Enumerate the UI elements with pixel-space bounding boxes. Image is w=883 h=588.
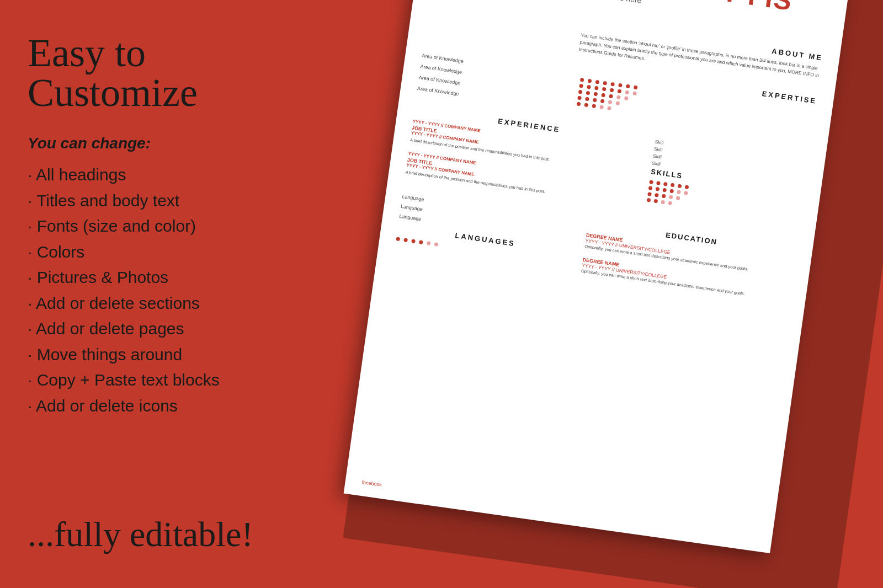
feature-item-5: Pictures & Photos: [28, 265, 281, 291]
feature-item-2: Titles and body text: [28, 188, 281, 214]
facebook-row: facebook: [361, 479, 382, 488]
feature-item-4: Colors: [28, 239, 281, 265]
expertise-items: Area of Knowledge Area of Knowledge Area…: [417, 53, 575, 113]
you-can-change-label: You can change:: [28, 135, 281, 152]
expertise-left: Area of Knowledge Area of Knowledge Area…: [416, 42, 577, 118]
resume-wrapper: 📍 Town/City 📞 123.456.7891 SERENITY FIS …: [338, 0, 883, 588]
feature-item-6: Add or delete sections: [28, 291, 281, 317]
feature-item-8: Move things around: [28, 342, 281, 368]
feature-item-7: Add or delete pages: [28, 316, 281, 342]
left-panel: Easy to Customize You can change: All he…: [0, 0, 309, 588]
feature-item-10: Add or delete icons: [28, 393, 281, 419]
feature-item-1: All headings: [28, 162, 281, 188]
main-title: Easy to Customize: [28, 33, 281, 113]
bottom-tagline: ...fully editable!: [28, 514, 281, 555]
feature-item-3: Fonts (size and color): [28, 213, 281, 239]
feature-item-9: Copy + Paste text blocks: [28, 367, 281, 393]
languages-col: Language Language Language LANGUAGES: [394, 194, 578, 280]
feature-list: All headings Titles and body text Fonts …: [28, 162, 281, 498]
facebook-label: facebook: [361, 479, 382, 488]
resume-document: 📍 Town/City 📞 123.456.7891 SERENITY FIS …: [344, 0, 851, 553]
